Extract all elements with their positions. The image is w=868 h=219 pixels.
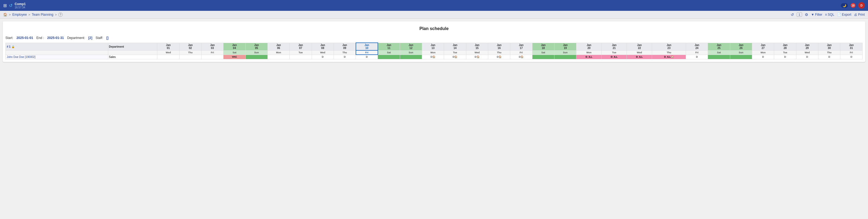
day-header-21: Jan21	[601, 43, 627, 50]
schedule-cell-30[interactable]: D	[818, 55, 840, 59]
weekday-header-09: Thu	[334, 50, 355, 55]
apps-icon[interactable]: ⊞	[3, 3, 7, 8]
day-header-16: Jan16	[488, 43, 510, 50]
day-header-26: Jan26	[730, 43, 752, 50]
weekday-header-06: Mon	[268, 50, 289, 55]
schedule-cell-01[interactable]	[157, 55, 179, 59]
sep3: >	[55, 13, 57, 16]
weekday-header-14: Tue	[444, 50, 466, 55]
settings-icon[interactable]: ⚙	[805, 12, 808, 17]
table-row: John Doe Doe [190002]SalesVACDDDD🏠D🏠D🏠D🏠…	[6, 55, 863, 59]
day-header-07: Jan07	[290, 43, 312, 50]
schedule-cell-31[interactable]: D	[840, 55, 863, 59]
refresh-icon[interactable]: ↺	[9, 3, 12, 8]
schedule-cell-16[interactable]: D🏠	[488, 55, 510, 59]
schedule-cell-29[interactable]: D	[796, 55, 818, 59]
company-time: 16:57:34	[14, 6, 26, 9]
weekday-header-22: Wed	[627, 50, 652, 55]
weekday-header-03: Fri	[201, 50, 223, 55]
day-header-09: Jan09	[334, 43, 355, 50]
employee-name[interactable]: John Doe Doe [190002]	[6, 55, 108, 59]
weekday-header-01: Wed	[157, 50, 179, 55]
weekday-header-18: Sat	[532, 50, 554, 55]
notification-badge[interactable]: 18	[850, 3, 856, 8]
col-dept-space	[108, 50, 157, 55]
export-button[interactable]: 📄 Export	[837, 13, 851, 16]
weekday-header-24: Fri	[686, 50, 708, 55]
print-button[interactable]: 🖨 Print	[854, 13, 865, 16]
schedule-cell-12[interactable]	[400, 55, 422, 59]
schedule-cell-22[interactable]: D_ILL	[627, 55, 652, 59]
home-icon[interactable]: 🏠	[3, 13, 7, 16]
day-header-04: Jan04	[223, 43, 246, 50]
topbar-right: 🌙 18 D	[841, 2, 865, 9]
schedule-cell-06[interactable]	[268, 55, 289, 59]
day-header-02: Jan02	[179, 43, 201, 50]
schedule-cell-03[interactable]	[201, 55, 223, 59]
schedule-cell-08[interactable]: D	[312, 55, 334, 59]
weekday-header-11: Sat	[378, 50, 400, 55]
staff-label: Staff:	[95, 36, 103, 40]
dept-value[interactable]: [2]	[88, 36, 93, 40]
col-num-header[interactable]: # 1 🔒	[6, 43, 108, 50]
filters-row: Start: 2025-01-01 End : 2025-01-31 Depar…	[5, 34, 863, 42]
schedule-cell-27[interactable]: D	[752, 55, 774, 59]
start-value[interactable]: 2025-01-01	[17, 36, 33, 40]
schedule-cell-14[interactable]: D🏠	[444, 55, 466, 59]
schedule-cell-28[interactable]: D	[774, 55, 796, 59]
weekday-header-19: Sun	[554, 50, 576, 55]
weekday-header-08: Wed	[312, 50, 334, 55]
sep1: >	[9, 13, 10, 16]
day-header-14: Jan14	[444, 43, 466, 50]
day-header-29: Jan29	[796, 43, 818, 50]
end-value[interactable]: 2025-01-31	[47, 36, 64, 40]
schedule-cell-18[interactable]	[532, 55, 554, 59]
schedule-cell-05[interactable]	[246, 55, 268, 59]
breadcrumb-team-planning[interactable]: Team Planning	[32, 13, 53, 16]
schedule-cell-11[interactable]	[378, 55, 400, 59]
weekday-header-13: Mon	[422, 50, 444, 55]
schedule-cell-25[interactable]	[708, 55, 730, 59]
schedule-cell-10[interactable]: D	[356, 55, 378, 59]
page-title: Plan schedule	[5, 24, 863, 34]
day-header-17: Jan17	[510, 43, 532, 50]
schedule-cell-19[interactable]	[554, 55, 576, 59]
schedule-cell-21[interactable]: D_ILL	[601, 55, 627, 59]
schedule-cell-13[interactable]: D🏠	[422, 55, 444, 59]
schedule-cell-20[interactable]: D_ILL	[577, 55, 601, 59]
theme-toggle-button[interactable]: 🌙	[841, 3, 848, 8]
weekday-header-27: Mon	[752, 50, 774, 55]
info-icon[interactable]: ?	[58, 12, 63, 17]
schedule-cell-26[interactable]	[730, 55, 752, 59]
breadcrumb-employee[interactable]: Employee	[12, 13, 27, 16]
day-header-25: Jan25	[708, 43, 730, 50]
schedule-cell-04[interactable]: VAC	[223, 55, 246, 59]
schedule-cell-15[interactable]: D🏠	[466, 55, 488, 59]
day-header-27: Jan27	[752, 43, 774, 50]
schedule-cell-24[interactable]: D	[686, 55, 708, 59]
col-name-space	[6, 50, 108, 55]
schedule-cell-17[interactable]: D🏠	[510, 55, 532, 59]
schedule-cell-02[interactable]	[179, 55, 201, 59]
sql-icon: ≡	[825, 13, 827, 16]
weekday-header-31: Fri	[840, 50, 863, 55]
schedule-cell-23[interactable]: D_ILL🏠	[652, 55, 686, 59]
schedule-cell-07[interactable]	[290, 55, 312, 59]
schedule-cell-09[interactable]: D	[334, 55, 355, 59]
filter-button[interactable]: ▼ Filter	[811, 13, 823, 16]
main-content: Plan schedule Start: 2025-01-01 End : 20…	[3, 22, 865, 62]
day-header-18: Jan18	[532, 43, 554, 50]
weekday-header-21: Tue	[601, 50, 627, 55]
sql-button[interactable]: ≡ SQL	[825, 13, 834, 16]
user-avatar[interactable]: D	[858, 2, 865, 9]
weekday-header-15: Wed	[466, 50, 488, 55]
dept-label: Department:	[67, 36, 85, 40]
weekday-header-02: Thu	[179, 50, 201, 55]
staff-value[interactable]: []	[106, 36, 108, 40]
day-header-01: Jan01	[157, 43, 179, 50]
topbar-left: ⊞ ↺ Comp1 16:57:34	[3, 2, 838, 9]
weekday-header-23: Thu	[652, 50, 686, 55]
page-number: 1	[797, 12, 802, 17]
refresh-small-icon[interactable]: ↺	[791, 12, 794, 17]
day-header-20: Jan20	[577, 43, 601, 50]
